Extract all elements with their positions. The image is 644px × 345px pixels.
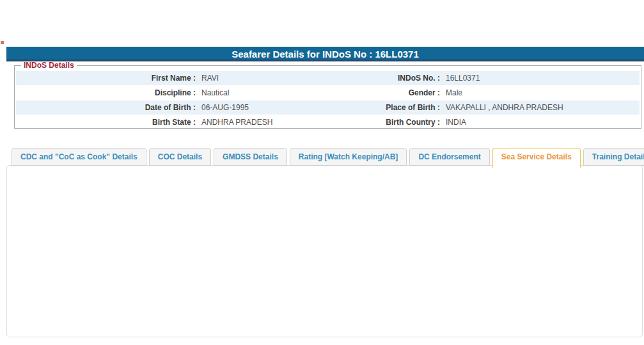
indos-row: Discipline : Nautical Gender : Male — [16, 86, 640, 100]
tab-coc-details[interactable]: COC Details — [149, 148, 211, 166]
indos-row: Birth State : ANDHRA PRADESH Birth Count… — [16, 115, 640, 129]
date-of-birth-label: Date of Birth : — [16, 100, 200, 115]
indos-row: Date of Birth : 06-AUG-1995 Place of Bir… — [16, 100, 640, 115]
discipline-value: Nautical — [200, 86, 326, 100]
tab-sea-service-details[interactable]: Sea Service Details — [492, 148, 581, 168]
indos-details-legend: INDoS Details — [21, 61, 77, 70]
place-of-birth-label: Place of Birth : — [326, 100, 444, 115]
gender-value: Male — [444, 86, 640, 100]
tab-rating-watch-keeping-ab[interactable]: Rating [Watch Keeping/AB] — [290, 148, 407, 166]
birth-country-label: Birth Country : — [326, 115, 444, 129]
place-of-birth-value: VAKAPALLI , ANDHRA PRADESH — [444, 100, 640, 115]
tab-gmdss-details[interactable]: GMDSS Details — [214, 148, 287, 166]
first-name-value: RAVI — [200, 71, 326, 85]
birth-country-value: INDIA — [444, 115, 640, 129]
seafarer-details-page: Seafarer Details for INDoS No : 16LL0371… — [0, 0, 644, 345]
birth-state-label: Birth State : — [16, 115, 200, 129]
indos-row: First Name : RAVI INDoS No. : 16LL0371 — [16, 71, 640, 85]
indos-details-section: INDoS Details First Name : RAVI INDoS No… — [14, 61, 641, 129]
details-tab-bar: CDC and "CoC as Cook" Details COC Detail… — [6, 148, 644, 168]
first-name-label: First Name : — [16, 71, 200, 85]
broken-image-icon — [1, 41, 4, 44]
page-title: Seafarer Details for INDoS No : 16LL0371 — [6, 47, 644, 61]
indos-no-label: INDoS No. : — [326, 71, 444, 85]
discipline-label: Discipline : — [16, 86, 200, 100]
date-of-birth-value: 06-AUG-1995 — [200, 100, 326, 115]
sea-service-tab-panel — [6, 165, 643, 337]
indos-no-value: 16LL0371 — [444, 71, 640, 85]
birth-state-value: ANDHRA PRADESH — [200, 115, 326, 129]
tab-cdc-coc-as-cook-details[interactable]: CDC and "CoC as Cook" Details — [12, 148, 146, 166]
gender-label: Gender : — [326, 86, 444, 100]
tab-dc-endorsement[interactable]: DC Endorsement — [409, 148, 489, 166]
tab-training-details[interactable]: Training Details — [583, 148, 644, 166]
